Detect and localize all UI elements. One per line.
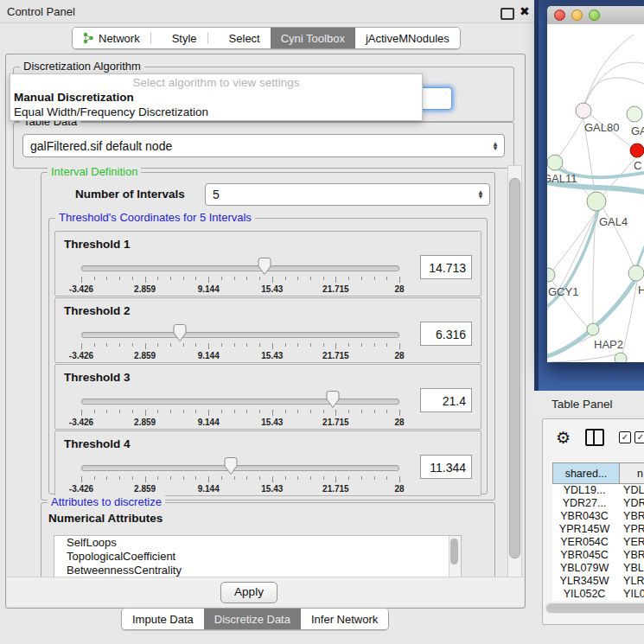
network-node[interactable] [576,103,591,118]
table-row[interactable]: YBL079WYBL0 [552,562,644,575]
network-node[interactable] [628,265,644,281]
tab-infer-network[interactable]: Infer Network [301,609,388,629]
table-hscrollbar-thumb[interactable] [546,603,644,613]
attribute-list-item[interactable]: TopologicalCoefficient [54,550,461,564]
slider-thumb[interactable] [258,257,272,276]
group-title: Discretization Algorithm [20,60,144,73]
tab-network[interactable]: Network [73,28,162,48]
slider-thumb[interactable] [325,390,340,409]
dropdown-item-equal-width-frequency[interactable]: Equal Width/Frequency Discretization [10,105,422,119]
close-icon[interactable]: ✖ [520,4,530,18]
slider-thumb[interactable] [223,456,238,475]
threshold-panel: Threshold 3 -3.4262.8599.14415.4321.7152… [54,364,481,430]
tab-style[interactable]: Style [162,28,219,48]
network-node-label: GAL4 [599,215,628,228]
slider-track[interactable] [81,332,399,338]
network-node-label: GAL11 [547,172,577,185]
tab-label: Select [229,32,260,45]
column-header-shared[interactable]: shared... [552,462,620,484]
table-data-combobox[interactable]: galFiltered.sif default node ▲▼ [22,134,505,157]
network-canvas[interactable]: GAL80GACGAL11GAL4GCY1HHAP2 [547,24,644,362]
table-row[interactable]: YIL052CYIL0 [552,588,644,601]
attributes-group: Attributes to discretize Numerical Attri… [41,502,495,580]
float-window-icon[interactable] [501,8,514,20]
tab-discretize-data[interactable]: Discretize Data [204,609,301,629]
threshold-value-field[interactable]: 11.344 [420,455,472,479]
table-panel-title: Table Panel [552,398,613,411]
table-data-group: Table Data galFiltered.sif default node … [13,122,514,169]
network-node-label: HAP2 [594,338,623,351]
table-panel: ⚙ ✓ ✓ shared... n YDL19...YDL1YDR27...YD… [542,418,644,625]
network-node[interactable] [547,155,563,170]
close-traffic-light-icon[interactable] [554,10,565,21]
select-columns-icons: ✓ ✓ [619,431,644,443]
network-node-label: GA [631,124,644,137]
threshold-panel: Threshold 4 -3.4262.8599.14415.4321.7152… [54,430,481,496]
network-node[interactable] [587,192,606,211]
threshold-value-field[interactable]: 21.4 [420,388,472,412]
threshold-value-field[interactable]: 6.316 [420,322,472,346]
main-scrollbar[interactable] [507,165,522,578]
dropdown-item-manual-discretization[interactable]: Manual Discretization [10,90,422,105]
main-scrollbar-thumb[interactable] [509,178,520,558]
group-title: Interval Definition [48,165,141,178]
slider-thumb[interactable] [173,323,188,342]
number-of-intervals-combobox[interactable]: 5 ▲▼ [205,183,490,206]
numerical-attributes-list[interactable]: SelfLoopsTopologicalCoefficientBetweenne… [54,535,462,578]
tab-label: jActiveMNodules [366,32,450,45]
threshold-slider[interactable]: -3.4262.8599.14415.4321.71528 [81,365,399,429]
network-icon [83,32,94,44]
tab-cyni-toolbox[interactable]: Cyni Toolbox [271,28,355,48]
threshold-slider[interactable]: -3.4262.8599.14415.4321.71528 [81,431,399,495]
apply-button[interactable]: Apply [220,582,277,603]
table-row[interactable]: YDR27...YDR2 [552,497,644,510]
table-row[interactable]: YDL19...YDL1 [552,484,644,497]
network-node[interactable] [547,268,555,282]
control-panel-titlebar: Control Panel ✖ [0,0,534,23]
gear-icon[interactable]: ⚙ [556,430,571,446]
minimize-traffic-light-icon[interactable] [571,10,583,21]
checkbox-icon[interactable]: ✓ [634,431,644,443]
network-node[interactable] [587,323,599,335]
tab-jactivemnodules[interactable]: jActiveMNodules [355,28,460,48]
threshold-slider[interactable]: -3.4262.8599.14415.4321.71528 [81,298,399,362]
tab-label: Infer Network [311,613,378,626]
tab-select[interactable]: Select [219,28,271,48]
column-header-name[interactable]: n [620,462,644,484]
slider-track[interactable] [81,399,399,405]
checkbox-icon[interactable]: ✓ [619,431,631,443]
threshold-slider[interactable]: -3.4262.8599.14415.4321.71528 [81,232,399,296]
attribute-list-item[interactable]: SelfLoops [54,536,461,550]
tab-impute-data[interactable]: Impute Data [122,609,204,629]
network-node[interactable] [615,353,627,362]
algorithm-dropdown-popup: Select algorithm to view settings Manual… [10,73,423,121]
dropdown-placeholder-item: Select algorithm to view settings [10,75,422,90]
attribute-list-item[interactable]: BetweennessCentrality [54,564,461,577]
list-scrollbar[interactable] [449,536,461,577]
panel-title: Control Panel [7,5,75,18]
network-window-titlebar[interactable] [547,6,644,25]
zoom-traffic-light-icon[interactable] [589,10,600,21]
network-node-label: GAL80 [584,121,619,134]
slider-tick-labels: -3.4262.8599.14415.4321.71528 [81,284,399,294]
group-title: Threshold's Coordinates for 5 Intervals [55,211,255,224]
table-row[interactable]: YER054CYER0 [552,536,644,549]
slider-tick-labels: -3.4262.8599.14415.4321.71528 [81,484,399,494]
table-hscrollbar[interactable] [545,603,644,614]
table-row[interactable]: YLR345WYLR3 [552,575,644,588]
network-node[interactable] [630,143,644,157]
table-row[interactable]: YBR045CYBR0 [552,549,644,562]
table-header-row: shared... n [552,462,644,484]
number-of-intervals-label: Number of Intervals [75,188,185,201]
stepper-icon: ▲▼ [487,142,504,150]
table-row[interactable]: YPR145WYPR1 [552,523,644,536]
slider-track[interactable] [81,465,399,471]
table-data-value: galFiltered.sif default node [30,139,172,153]
network-node-label: H [638,284,644,296]
network-node[interactable] [627,106,642,122]
threshold-value-field[interactable]: 14.713 [420,255,472,279]
table-row[interactable]: YBR043CYBR0 [552,510,644,523]
slider-track[interactable] [81,265,399,271]
columns-icon[interactable] [585,429,604,446]
settings-scroll-area: Interval Definition Number of Intervals … [6,165,506,577]
